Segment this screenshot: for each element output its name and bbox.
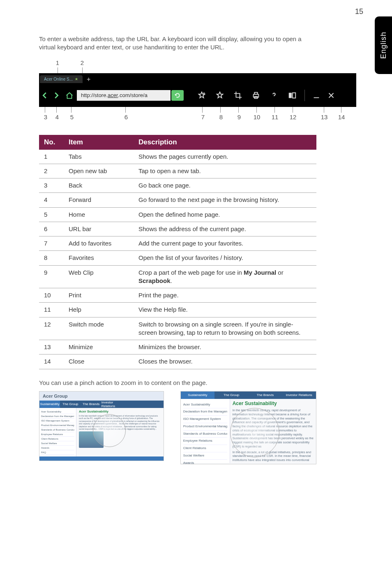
bottom-callout-rail: 3 4 5 6 7 8 9 10 11 12 13 14 <box>39 106 316 123</box>
crop-icon <box>233 91 242 100</box>
url-domain: acer <box>108 92 118 98</box>
site-tab <box>143 401 163 408</box>
site-tab: The Group <box>214 392 248 399</box>
site-header-small: Acer Group <box>39 392 164 401</box>
table-row: 6URL barShows the address of the current… <box>39 222 316 236</box>
dual-screen-icon <box>288 91 297 100</box>
table-row: 13MinimizeMinimizes the browser. <box>39 340 316 354</box>
url-text-suffix: .com/store/a <box>118 92 148 98</box>
add-favorite-button[interactable] <box>193 87 211 104</box>
pinch-zoom-figure: Acer Group Sustainability The Group The … <box>39 391 316 464</box>
svg-rect-2 <box>293 93 295 98</box>
table-row: 10PrintPrint the page. <box>39 288 316 303</box>
table-row: 11HelpView the Help file. <box>39 303 316 317</box>
table-row: 7Add to favoritesAdd the current page to… <box>39 236 316 251</box>
callout-3: 3 <box>41 114 51 120</box>
url-bar[interactable]: http://store.acer.com/store/a <box>77 90 171 101</box>
home-button[interactable] <box>62 91 77 100</box>
print-icon <box>251 91 261 100</box>
language-label: English <box>379 32 388 59</box>
go-button[interactable] <box>171 90 184 101</box>
help-icon <box>270 91 279 100</box>
home-icon <box>65 91 74 100</box>
callout-12: 12 <box>288 114 298 120</box>
header-description: Description <box>134 135 316 150</box>
intro-paragraph: To enter a website address, tap the URL … <box>39 35 316 52</box>
browser-tab[interactable]: Acer Online S... <box>40 75 83 83</box>
table-row: 12Switch modeSwitch to browsing on a sin… <box>39 317 316 340</box>
refresh-icon <box>174 92 181 99</box>
site-tab: Investor Relations <box>282 392 316 399</box>
url-text-prefix: http://store. <box>81 92 108 98</box>
site-footer <box>39 456 164 461</box>
callout-13: 13 <box>319 114 329 120</box>
zoom-caption: You can use a pinch action to zoom in to… <box>39 379 316 386</box>
zoomed-in-panel: Sustainability The Group The Brands Inve… <box>180 391 316 464</box>
callout-7: 7 <box>198 114 208 120</box>
table-row: 14CloseCloses the browser. <box>39 354 316 369</box>
header-no: No. <box>39 135 64 150</box>
header-item: Item <box>64 135 134 150</box>
table-row: 3BackGo back one page. <box>39 178 316 193</box>
tab-label: Acer Online S... <box>44 77 73 81</box>
table-row: 1TabsShows the pages currently open. <box>39 150 316 164</box>
minimize-icon <box>312 91 321 100</box>
zoomed-out-panel: Acer Group Sustainability The Group The … <box>39 391 164 461</box>
page-number: 15 <box>355 7 363 16</box>
site-tab: The Brands <box>81 401 101 408</box>
chevron-left-icon <box>40 91 49 100</box>
callout-8: 8 <box>216 114 226 120</box>
callout-2: 2 <box>78 59 86 66</box>
tab-favorite-icon <box>74 77 78 81</box>
new-tab-button[interactable]: + <box>84 76 93 83</box>
forward-button[interactable] <box>51 91 62 100</box>
favorites-button[interactable] <box>211 87 229 104</box>
callout-1: 1 <box>53 59 62 66</box>
callout-9: 9 <box>234 114 244 120</box>
separator <box>304 90 305 101</box>
site-tab <box>122 401 143 408</box>
star-plus-icon <box>197 91 206 100</box>
callout-4: 4 <box>52 114 62 120</box>
back-button[interactable] <box>39 91 51 100</box>
site-sidenav-small: Acer SustainabilityDeclaration from the … <box>39 408 76 461</box>
callout-11: 11 <box>270 114 280 120</box>
print-button[interactable] <box>247 87 265 104</box>
top-callout-rail: 1 2 <box>39 59 316 72</box>
magnifier-lens-icon <box>93 414 126 447</box>
web-clip-desc: Crop a part of the web page for use in M… <box>134 265 316 288</box>
callout-10: 10 <box>252 114 262 120</box>
site-tab-sustainability: Sustainability <box>181 392 214 399</box>
close-button[interactable] <box>324 87 339 104</box>
web-clip-button[interactable] <box>229 87 247 104</box>
table-row: 2Open new tabTap to open a new tab. <box>39 164 316 178</box>
table-row: 5HomeOpen the defined home page. <box>39 207 316 222</box>
switch-mode-button[interactable] <box>283 87 301 104</box>
star-icon <box>215 91 224 100</box>
magnifier-lens-icon <box>230 408 279 457</box>
chevron-right-icon <box>52 91 61 100</box>
site-tab: The Group <box>60 401 81 408</box>
site-tab-sustainability: Sustainability <box>39 401 60 408</box>
svg-rect-1 <box>289 93 292 98</box>
callout-14: 14 <box>337 114 346 120</box>
site-tab: The Brands <box>248 392 282 399</box>
site-sidenav-large: Acer SustainabilityDeclaration from the … <box>181 399 230 463</box>
items-description-table: No. Item Description 1TabsShows the page… <box>39 135 316 369</box>
minimize-button[interactable] <box>309 87 324 104</box>
callout-5: 5 <box>67 114 77 120</box>
table-row: 4ForwardGo forward to the next page in t… <box>39 193 316 207</box>
browser-toolbar-screenshot: Acer Online S... + http://store.acer.com… <box>39 73 356 107</box>
close-icon <box>327 91 336 100</box>
help-button[interactable] <box>265 87 283 104</box>
site-tab: Investor Relations <box>101 401 122 408</box>
callout-6: 6 <box>121 114 131 120</box>
language-side-tab: English <box>375 16 392 74</box>
table-row: 8FavoritesOpen the list of your favorite… <box>39 251 316 265</box>
table-row: 9 Web Clip Crop a part of the web page f… <box>39 265 316 288</box>
